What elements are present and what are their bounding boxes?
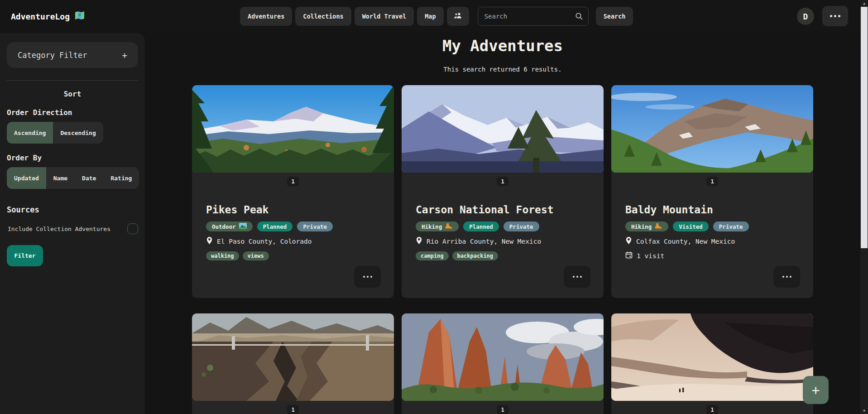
tag-pill: views [243,251,269,260]
order-direction-label: Order Direction [7,108,138,117]
adventure-image-garden-of-the-gods[interactable] [402,313,604,401]
world-map-icon [74,10,85,23]
status-badge: Visited [673,221,709,231]
location-pin-icon [206,237,213,246]
location-text: Rio Arriba County, New Mexico [427,238,541,245]
card-menu-button[interactable] [773,266,800,288]
card-body: Carson National Forest Hiking Planned [402,186,604,260]
adventures-main: My Adventures This search returned 6 res… [145,33,860,414]
hiking-boot-icon [655,223,662,231]
image-count-badge: 1 [287,177,299,186]
ellipsis-icon [573,276,582,278]
card-body: Pikes Peak Outdoor Plan [192,186,394,260]
adventure-image-baldy-mountain[interactable] [611,85,813,173]
order-by-rating[interactable]: Rating [103,167,139,189]
location-pin-icon [625,237,632,246]
visibility-badge: Private [713,221,749,231]
location-text: El Paso County, Colorado [217,238,312,245]
filter-sidebar: Category Filter + Sort Order Direction A… [0,33,145,414]
users-button[interactable] [447,7,469,26]
scrollbar-thumb[interactable] [861,7,868,248]
card-menu-button[interactable] [564,266,590,288]
adventure-card-garden-of-the-gods: 1 [402,313,604,414]
adventure-card-carson-national-forest: 1 Carson National Forest Hiking [402,85,604,298]
badge-row: Hiking Planned Private [416,221,590,231]
card-menu-button[interactable] [354,266,381,288]
search-icon [575,12,583,22]
location-text: Colfax County, New Mexico [636,238,735,245]
tag-row: walking views [206,251,380,260]
image-count-badge: 1 [497,177,508,186]
visits-row: 1 visit [625,251,800,260]
ellipsis-icon [782,276,791,278]
visibility-badge: Private [297,221,333,231]
search-input[interactable] [478,7,589,26]
add-adventure-button[interactable]: + [803,376,829,404]
filter-button[interactable]: Filter [7,245,43,266]
scrollbar-up-arrow[interactable]: ▲ [860,0,868,7]
primary-nav: Adventures Collections World Travel Map [240,7,633,26]
nav-adventures-button[interactable]: Adventures [240,7,292,26]
sidebar-divider [7,80,138,81]
adventure-title[interactable]: Carson National Forest [416,204,590,216]
adventure-image-sand-dunes[interactable] [611,313,813,401]
search-button[interactable]: Search [596,7,633,26]
visibility-badge: Private [504,221,539,231]
location-row: Rio Arriba County, New Mexico [416,237,590,246]
status-badge: Planned [257,221,293,231]
adventure-image-royal-gorge[interactable] [192,313,394,401]
image-count-badge: 1 [706,405,718,414]
category-filter-toggle[interactable]: Category Filter + [7,42,138,68]
navbar-more-button[interactable] [822,6,848,26]
tag-pill: backpacking [452,251,498,260]
tag-row: camping backpacking [416,251,590,260]
user-avatar[interactable]: D [797,8,814,25]
ellipsis-icon [830,15,840,17]
order-direction-group: Ascending Descending [7,122,103,144]
category-badge: Hiking [416,221,459,231]
sort-heading: Sort [7,90,138,98]
category-filter-label: Category Filter [18,51,87,60]
top-navbar: AdventureLog Adventures Collections Worl… [0,0,860,33]
card-body: Baldy Mountain Hiking Visited [611,186,813,260]
national-park-icon [239,223,247,231]
nav-collections-button[interactable]: Collections [295,7,351,26]
nav-world-travel-button[interactable]: World Travel [355,7,414,26]
include-collection-label: Include Collection Adventures [8,226,110,232]
app-logo[interactable]: AdventureLog [11,10,85,23]
include-collection-row: Include Collection Adventures [7,223,138,234]
category-badge: Hiking [625,221,668,231]
order-by-updated[interactable]: Updated [7,167,46,189]
order-by-group: Updated Name Date Rating [7,167,139,189]
adventure-title[interactable]: Pikes Peak [206,204,380,216]
adventure-card-pikes-peak: 1 Pikes Peak Outdoor [192,85,394,298]
image-count-badge: 1 [287,405,299,414]
location-row: El Paso County, Colorado [206,237,380,246]
adventure-image-carson-national-forest[interactable] [402,85,604,173]
category-badge: Outdoor [206,221,253,231]
location-pin-icon [416,237,422,246]
app-logo-text: AdventureLog [11,12,70,21]
image-count-badge: 1 [706,177,718,186]
hiking-boot-icon [445,223,453,231]
results-count-text: This search returned 6 results. [145,66,860,73]
users-icon [453,12,462,21]
tag-pill: camping [416,251,449,260]
tag-pill: walking [206,251,239,260]
page-title: My Adventures [145,37,860,55]
page-scrollbar[interactable]: ▲ ▼ [860,0,868,414]
nav-map-button[interactable]: Map [417,7,443,26]
order-direction-ascending[interactable]: Ascending [7,122,53,144]
order-direction-descending[interactable]: Descending [53,122,103,144]
sources-heading: Sources [7,205,138,214]
category-badge-label: Hiking [631,223,652,230]
scrollbar-down-arrow[interactable]: ▼ [860,407,868,414]
plus-icon: + [811,382,820,398]
order-by-date[interactable]: Date [75,167,103,189]
order-by-name[interactable]: Name [46,167,75,189]
adventure-image-pikes-peak[interactable] [192,85,394,173]
calendar-icon [625,251,633,260]
adventure-title[interactable]: Baldy Mountain [625,204,800,216]
include-collection-checkbox[interactable] [127,223,138,234]
location-row: Colfax County, New Mexico [625,237,800,246]
